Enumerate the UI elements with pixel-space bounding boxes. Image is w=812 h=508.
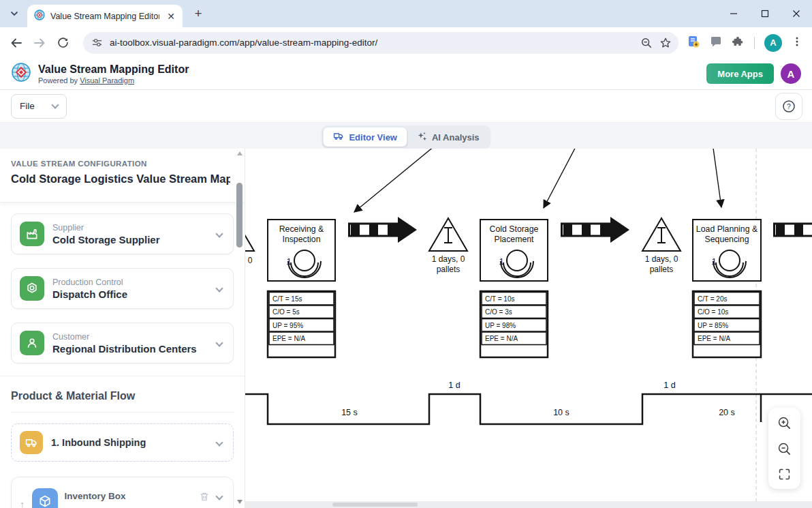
process-box-load-planning-sequencing[interactable]: Load Planning & Sequencing 1 [693, 220, 761, 281]
browser-profile-avatar[interactable]: A [764, 34, 782, 52]
card-role-label: Production Control [52, 278, 208, 287]
svg-text:Placement: Placement [494, 235, 534, 244]
svg-text:?: ? [787, 102, 791, 110]
file-menu-label: File [20, 101, 35, 111]
svg-text:1: 1 [711, 256, 716, 267]
reload-icon[interactable] [52, 32, 74, 54]
zoom-in-icon[interactable] [777, 416, 792, 430]
forward-icon[interactable] [29, 32, 50, 54]
flow-item-inventory-box[interactable]: ↑ Inventory Box [11, 477, 234, 508]
new-tab-button[interactable]: + [189, 5, 207, 23]
zoom-indicator-icon[interactable] [640, 37, 653, 49]
browser-tab[interactable]: Value Stream Mapping Editor ✕ [27, 5, 183, 27]
svg-text:C/O = 3s: C/O = 3s [485, 308, 512, 316]
scrollbar-thumb[interactable] [236, 183, 243, 248]
chevron-down-icon[interactable] [215, 284, 223, 292]
account-avatar[interactable]: A [781, 63, 801, 84]
tab-close-icon[interactable]: ✕ [165, 10, 177, 23]
svg-text:C/T = 20s: C/T = 20s [698, 295, 727, 303]
svg-text:UP = 98%: UP = 98% [485, 322, 516, 329]
person-icon [20, 331, 44, 355]
view-toggle-bar: Editor View AI Analysis [0, 123, 812, 149]
process-box-receiving-inspection[interactable]: Receiving & Inspection 1 [268, 220, 335, 281]
svg-text:pallets: pallets [650, 265, 674, 274]
information-arrow[interactable] [354, 149, 721, 212]
svg-text:Inspection: Inspection [282, 235, 320, 244]
tab-search-chevron-icon[interactable] [5, 5, 23, 23]
svg-text:C/T = 10s: C/T = 10s [485, 295, 514, 303]
help-button[interactable]: ? [775, 93, 802, 120]
inventory-triangle[interactable]: 1 days, 0 pallets [429, 218, 467, 274]
svg-text:UP = 85%: UP = 85% [698, 322, 728, 329]
config-card-supplier[interactable]: Supplier Cold Storage Supplier [11, 213, 234, 254]
svg-text:C/O = 5s: C/O = 5s [272, 308, 300, 316]
more-apps-button[interactable]: More Apps [706, 63, 774, 84]
canvas-horizontal-scrollbar[interactable] [245, 501, 812, 508]
svg-text:1 d: 1 d [448, 380, 460, 390]
svg-text:Cold Storage: Cold Storage [490, 224, 539, 234]
svg-text:EPE = N/A: EPE = N/A [272, 335, 305, 342]
tab-editor-view[interactable]: Editor View [323, 128, 407, 147]
reading-list-download-icon[interactable] [687, 35, 700, 51]
visual-paradigm-link[interactable]: Visual Paradigm [80, 76, 134, 85]
zoom-out-icon[interactable] [777, 442, 792, 456]
view-toggle: Editor View AI Analysis [321, 125, 490, 149]
svg-text:EPE = N/A: EPE = N/A [485, 335, 518, 342]
truck-icon [20, 431, 43, 454]
site-settings-icon[interactable] [91, 37, 103, 48]
svg-text:15 s: 15 s [341, 408, 358, 417]
chevron-down-icon [51, 101, 59, 108]
visual-paradigm-logo [11, 62, 31, 85]
editor-view-label: Editor View [349, 132, 397, 143]
inventory-triangle[interactable]: 1 days, 0 pallets [642, 218, 681, 274]
config-card-customer[interactable]: Customer Regional Distribution Centers [11, 323, 234, 363]
push-arrow[interactable] [775, 217, 812, 243]
push-arrow[interactable] [349, 217, 418, 243]
flow-item-inbound-shipping[interactable]: 1. Inbound Shipping [11, 423, 234, 462]
flow-item-label: Inventory Box [65, 491, 193, 501]
window-close-button[interactable] [781, 0, 812, 27]
diagram-canvas[interactable]: 0 Receiving & Inspection 1 1 days, 0 pal… [245, 149, 812, 508]
scrollbar-down-arrow[interactable] [237, 500, 243, 504]
sidebar-header: VALUE STREAM CONFIGURATION Cold Storage … [0, 149, 245, 203]
address-bar[interactable]: ai-toolbox.visual-paradigm.com/app/value… [83, 32, 678, 54]
move-up-icon[interactable]: ↑ [20, 498, 25, 508]
window-maximize-button[interactable] [749, 0, 781, 27]
config-card-production-control[interactable]: Production Control Dispatch Office [11, 268, 234, 309]
browser-window: Value Stream Mapping Editor ✕ + [0, 0, 812, 508]
trash-icon[interactable] [199, 491, 210, 505]
svg-text:1: 1 [286, 256, 291, 267]
scrollbar-up-arrow[interactable] [237, 151, 243, 155]
window-minimize-button[interactable] [718, 0, 749, 27]
chevron-down-icon[interactable] [215, 492, 223, 500]
tab-ai-analysis[interactable]: AI Analysis [407, 128, 489, 147]
comment-icon[interactable] [710, 35, 722, 50]
configuration-sidebar: VALUE STREAM CONFIGURATION Cold Storage … [0, 149, 245, 508]
sidebar-scrollbar[interactable] [236, 149, 244, 508]
timeline-ladder[interactable]: 15 s 1 d 10 s 1 d 20 s [245, 380, 812, 424]
flow-item-label: 1. Inbound Shipping [51, 437, 208, 448]
data-box-receiving[interactable]: C/T = 15s C/O = 5s UP = 95% EPE = N/A [268, 291, 335, 357]
chevron-down-icon[interactable] [215, 230, 223, 237]
file-menu-button[interactable]: File [11, 94, 67, 119]
data-box-load-planning[interactable]: C/T = 20s C/O = 10s UP = 85% EPE = N/A [693, 291, 761, 357]
svg-text:C/T = 15s: C/T = 15s [272, 295, 302, 303]
scrollbar-thumb[interactable] [332, 503, 418, 507]
browser-menu-kebab-icon[interactable] [792, 36, 802, 50]
chevron-down-icon[interactable] [215, 339, 223, 346]
data-box-cold-storage[interactable]: C/T = 10s C/O = 3s UP = 98% EPE = N/A [480, 291, 548, 357]
push-arrow[interactable] [562, 217, 630, 243]
process-box-cold-storage-placement[interactable]: Cold Storage Placement 1 [480, 220, 548, 281]
flow-section-heading: Product & Material Flow [0, 376, 245, 412]
back-icon[interactable] [5, 32, 27, 54]
chevron-down-icon[interactable] [215, 438, 223, 446]
svg-text:EPE = N/A: EPE = N/A [698, 335, 730, 342]
url-text[interactable]: ai-toolbox.visual-paradigm.com/app/value… [110, 38, 634, 48]
app-header: Value Stream Mapping Editor Powered by V… [0, 58, 812, 90]
svg-text:1 d: 1 d [663, 380, 675, 390]
fit-screen-icon[interactable] [778, 468, 791, 481]
bookmark-star-icon[interactable] [659, 37, 672, 49]
extensions-puzzle-icon[interactable] [732, 35, 745, 50]
inventory-triangle-partial[interactable]: 0 [245, 218, 254, 265]
menu-bar: File ? [0, 90, 812, 123]
